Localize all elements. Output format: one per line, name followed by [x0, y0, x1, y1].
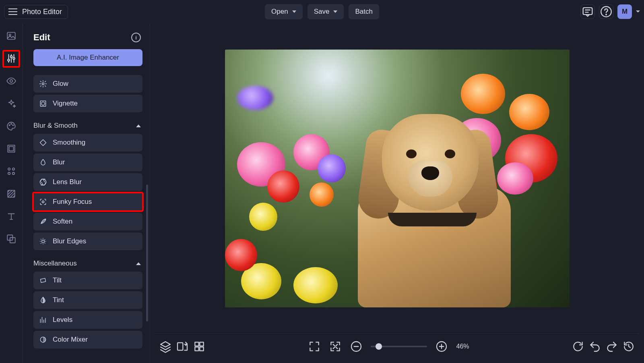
redo-icon[interactable] — [605, 340, 618, 353]
svg-point-21 — [42, 83, 44, 85]
svg-point-26 — [42, 240, 45, 243]
svg-point-25 — [42, 201, 44, 203]
save-button[interactable]: Save — [308, 4, 344, 19]
canvas-viewport[interactable] — [150, 23, 644, 333]
panel-title: Edit — [33, 32, 50, 43]
zoom-slider[interactable] — [371, 346, 427, 347]
effect-label: Color Mixer — [53, 336, 88, 344]
tilt-icon — [39, 276, 47, 284]
grid-icon[interactable] — [193, 340, 206, 353]
svg-rect-3 — [7, 32, 15, 39]
effect-smoothing[interactable]: Smoothing — [33, 134, 142, 151]
open-button[interactable]: Open — [265, 4, 303, 19]
batch-label: Batch — [355, 8, 372, 16]
pattern-tool-icon[interactable] — [6, 189, 17, 199]
effect-label: Soften — [53, 218, 72, 226]
effect-label: Blur Edges — [53, 237, 86, 245]
shapes-tool-icon[interactable] — [6, 166, 17, 176]
chevron-up-icon — [136, 262, 141, 265]
fit-screen-icon[interactable] — [329, 340, 342, 353]
effect-levels[interactable]: Levels — [33, 311, 142, 329]
history-icon[interactable] — [622, 340, 635, 353]
app-menu-button[interactable]: Photo Editor — [4, 5, 68, 19]
top-right-controls: M — [580, 4, 640, 19]
rail-highlight-box — [2, 50, 20, 68]
svg-point-8 — [10, 80, 13, 83]
undo-icon[interactable] — [588, 340, 601, 353]
zoom-out-icon[interactable] — [350, 340, 363, 353]
group-label: Blur & Smooth — [33, 122, 78, 130]
ai-enhancer-label: A.I. Image Enhancer — [57, 54, 119, 62]
bottom-right-controls — [572, 340, 635, 353]
svg-rect-27 — [40, 278, 45, 283]
effect-funky-focus[interactable]: Funky Focus — [33, 193, 142, 211]
gear-icon — [39, 80, 47, 88]
effect-label: Tilt — [53, 276, 62, 284]
zoom-percent: 46% — [456, 343, 469, 350]
group-miscellaneous[interactable]: Miscellaneous — [32, 252, 144, 272]
vignette-icon — [39, 100, 47, 108]
zoom-in-icon[interactable] — [435, 340, 448, 353]
main-area: Edit i A.I. Image Enhancer Glow Vignette… — [0, 23, 644, 363]
panel-header: Edit i — [32, 30, 144, 49]
zoom-slider-thumb[interactable] — [376, 343, 382, 350]
app-title: Photo Editor — [22, 8, 62, 16]
avatar-initial: M — [622, 8, 627, 16]
zoom-slider-track — [371, 346, 427, 347]
refresh-icon[interactable] — [572, 340, 584, 353]
canvas-area: 46% — [150, 23, 644, 363]
effect-soften[interactable]: Soften — [33, 213, 142, 230]
tint-icon — [39, 296, 47, 304]
effect-tilt[interactable]: Tilt — [33, 272, 142, 289]
svg-point-16 — [8, 172, 10, 174]
palette-tool-icon[interactable] — [6, 121, 17, 131]
layers-icon[interactable] — [159, 340, 172, 353]
frame-tool-icon[interactable] — [6, 143, 17, 154]
svg-point-15 — [12, 168, 14, 170]
image-tool-icon[interactable] — [6, 31, 17, 41]
effect-glow[interactable]: Glow — [33, 75, 142, 93]
eye-tool-icon[interactable] — [6, 76, 17, 86]
top-bar: Photo Editor Open Save Batch M — [0, 0, 644, 23]
feedback-icon[interactable] — [580, 4, 595, 19]
color-mixer-icon — [39, 336, 47, 344]
canvas-image — [225, 50, 570, 307]
effect-label: Lens Blur — [53, 178, 82, 186]
effect-color-mixer[interactable]: Color Mixer — [33, 331, 142, 348]
info-icon[interactable]: i — [131, 33, 141, 42]
chevron-down-icon[interactable] — [636, 10, 640, 13]
effect-label: Tint — [53, 296, 64, 304]
compare-icon[interactable] — [176, 340, 189, 353]
bottom-left-controls — [159, 340, 206, 353]
top-center-buttons: Open Save Batch — [265, 4, 379, 19]
group-blur-smooth[interactable]: Blur & Smooth — [32, 114, 144, 134]
help-icon[interactable] — [599, 4, 613, 19]
effect-label: Blur — [53, 158, 65, 166]
ai-enhancer-button[interactable]: A.I. Image Enhancer — [33, 49, 142, 66]
panel-scrollbar[interactable] — [146, 136, 148, 363]
batch-button[interactable]: Batch — [349, 4, 379, 19]
effect-tint[interactable]: Tint — [33, 291, 142, 309]
group-label: Miscellaneous — [33, 259, 77, 268]
avatar[interactable]: M — [617, 4, 632, 19]
chevron-up-icon — [136, 124, 141, 127]
effect-label: Levels — [53, 316, 72, 324]
chevron-down-icon — [292, 10, 296, 13]
layers-tool-icon[interactable] — [6, 234, 17, 244]
effect-blur-edges[interactable]: Blur Edges — [33, 232, 142, 250]
fullscreen-icon[interactable] — [308, 340, 321, 353]
effect-blur[interactable]: Blur — [33, 153, 142, 171]
blur-edges-icon — [39, 237, 47, 245]
text-tool-icon[interactable] — [6, 211, 17, 222]
panel-scroll-thumb[interactable] — [146, 185, 148, 322]
svg-rect-13 — [9, 147, 14, 151]
bottom-bar: 46% — [155, 333, 639, 359]
svg-point-9 — [9, 125, 10, 126]
svg-point-11 — [12, 125, 13, 126]
tool-rail — [0, 23, 23, 363]
focus-icon — [39, 198, 47, 206]
effect-vignette[interactable]: Vignette — [33, 95, 142, 112]
sparkle-tool-icon[interactable] — [6, 98, 17, 109]
effect-lens-blur[interactable]: Lens Blur — [33, 173, 142, 191]
svg-rect-30 — [195, 342, 198, 346]
